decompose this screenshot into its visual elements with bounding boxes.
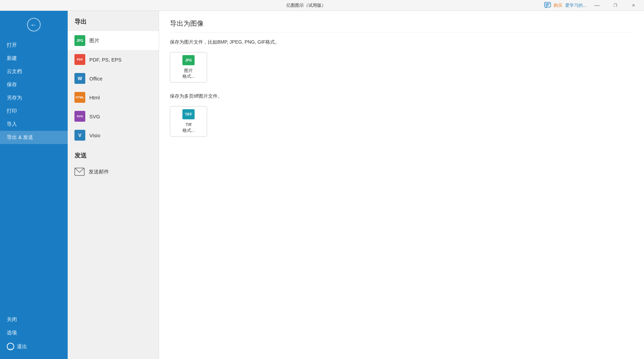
main-layout: ← 打开 新建 云文档 保存 另存为 打印 导入 导出 & 发送 关闭 (0, 11, 644, 359)
format-card-tiff[interactable]: TIFF Tiff格式... (170, 106, 207, 137)
back-circle-icon: ← (27, 18, 41, 31)
back-button[interactable]: ← (25, 16, 42, 33)
html-icon: HTML (74, 92, 85, 103)
menu-item-visio[interactable]: V Visio (68, 126, 159, 145)
sidebar-item-open[interactable]: 打开 (0, 39, 68, 52)
menu-label-html: Html (89, 95, 100, 100)
svg-marker-1 (546, 7, 547, 8)
sidebar-item-close[interactable]: 关闭 (0, 313, 68, 326)
menu-label-pdf: PDF, PS, EPS (89, 57, 121, 63)
sidebar-label-export: 导出 & 发送 (7, 134, 33, 141)
chat-bubble-icon (544, 2, 551, 9)
send-label-email: 发送邮件 (89, 169, 109, 175)
close-button[interactable]: ✕ (626, 0, 641, 11)
title-bar: 亿图图示（试用版） 购买 爱学习的... — ❐ ✕ (0, 0, 644, 11)
menu-item-svg[interactable]: SVG SVG (68, 107, 159, 126)
word-icon: W (74, 73, 85, 84)
pdf-icon: PDF (74, 54, 85, 65)
format-card-jpg[interactable]: JPG 图片格式... (170, 52, 207, 82)
sidebar-label-print: 打印 (7, 108, 17, 114)
sidebar-item-save[interactable]: 保存 (0, 78, 68, 91)
sidebar-label-new: 新建 (7, 55, 17, 62)
sidebar-label-cloud: 云文档 (7, 68, 22, 75)
sidebar-item-new[interactable]: 新建 (0, 52, 68, 65)
menu-item-image[interactable]: JPG 图片 (68, 31, 159, 50)
menu-item-office[interactable]: W Office (68, 69, 159, 88)
minimize-button[interactable]: — (589, 0, 605, 11)
visio-icon: V (74, 130, 85, 141)
svg-icon: SVG (74, 111, 85, 122)
sidebar-item-cloud[interactable]: 云文档 (0, 65, 68, 78)
sidebar-label-import: 导入 (7, 121, 17, 127)
desc-text-1: 保存为图片文件，比如BMP, JPEG, PNG, GIF格式。 (170, 39, 633, 45)
content-panel: 导出为图像 保存为图片文件，比如BMP, JPEG, PNG, GIF格式。 J… (159, 11, 644, 359)
app-title: 亿图图示（试用版） (68, 2, 544, 8)
jpg-icon: JPG (74, 35, 85, 46)
exit-icon: ⎯ (7, 343, 14, 350)
content-title: 导出为图像 (170, 19, 633, 32)
restore-button[interactable]: ❐ (607, 0, 623, 11)
chat-icon (544, 2, 551, 9)
middle-panel: 导出 JPG 图片 PDF PDF, PS, EPS W Office HTML… (68, 11, 159, 359)
menu-item-pdf[interactable]: PDF PDF, PS, EPS (68, 50, 159, 69)
sidebar-label-options: 选项 (7, 330, 17, 336)
menu-label-office: Office (89, 76, 103, 81)
sidebar-item-saveas[interactable]: 另存为 (0, 91, 68, 104)
menu-label-visio: Visio (89, 133, 100, 138)
sidebar-label-save: 保存 (7, 81, 17, 88)
learn-link[interactable]: 爱学习的... (565, 2, 586, 8)
sidebar-label-saveas: 另存为 (7, 95, 22, 101)
format-cards-2: TIFF Tiff格式... (170, 106, 633, 137)
card-tiff-label: Tiff格式... (182, 122, 195, 134)
sidebar-item-options[interactable]: 选项 (0, 326, 68, 339)
card-jpg-icon: JPG (182, 55, 195, 65)
desc-text-2: 保存为多页tiff图片文件。 (170, 93, 633, 99)
menu-label-svg: SVG (89, 114, 100, 119)
sidebar-label-close: 关闭 (7, 316, 17, 323)
buy-link[interactable]: 购买 (554, 2, 562, 8)
email-icon (74, 168, 85, 176)
sidebar-label-exit: 退出 (17, 343, 27, 350)
send-section-title: 发送 (68, 145, 159, 164)
sidebar-item-print[interactable]: 打印 (0, 104, 68, 118)
sidebar-label-open: 打开 (7, 42, 17, 48)
export-section-title: 导出 (68, 18, 159, 31)
sidebar-item-export[interactable]: 导出 & 发送 (0, 131, 68, 144)
top-right-area: 购买 爱学习的... — ❐ ✕ (544, 0, 644, 11)
format-cards-1: JPG 图片格式... (170, 52, 633, 82)
menu-item-html[interactable]: HTML Html (68, 88, 159, 107)
sidebar-item-import[interactable]: 导入 (0, 118, 68, 131)
send-item-email[interactable]: 发送邮件 (68, 164, 159, 180)
card-tiff-icon: TIFF (182, 109, 195, 119)
menu-label-image: 图片 (89, 38, 99, 44)
card-jpg-label: 图片格式... (182, 68, 195, 79)
sidebar-item-exit[interactable]: ⎯ 退出 (0, 339, 68, 354)
sidebar: ← 打开 新建 云文档 保存 另存为 打印 导入 导出 & 发送 关闭 (0, 11, 68, 359)
